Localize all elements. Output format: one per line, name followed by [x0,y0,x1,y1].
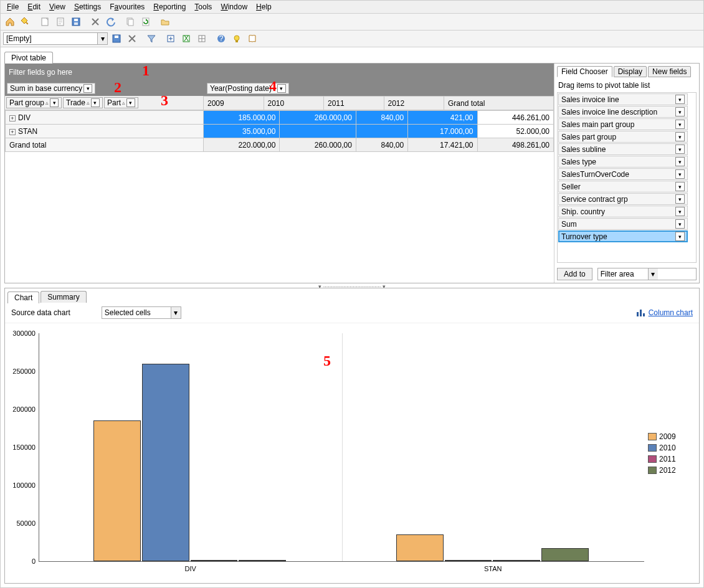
new-icon[interactable] [38,15,52,29]
field-item[interactable]: Sales type▾ [558,156,688,168]
chevron-down-icon[interactable]: ▾ [675,219,685,229]
filter-drop-area[interactable]: Filter fields go here 1 [5,64,554,81]
tab-display[interactable]: Display [614,66,647,77]
chevron-down-icon[interactable]: ▾ [97,33,107,44]
field-list[interactable]: Sales invoice line▾Sales invoice line de… [557,92,697,263]
col-header[interactable]: 2010 [264,97,324,110]
export-icon[interactable] [164,32,178,45]
menu-edit[interactable]: Edit [24,2,44,12]
field-item[interactable]: Sales main part group▾ [558,118,688,130]
menu-favourites[interactable]: Favourites [106,2,148,12]
column-chart-link[interactable]: Column chart [649,308,693,317]
data-cell[interactable]: 52.000,00 [477,125,554,138]
row-header[interactable]: +STAN [6,125,204,138]
menu-tools[interactable]: Tools [191,2,216,12]
clear-icon[interactable] [125,32,139,45]
delete-icon[interactable] [88,15,102,29]
chevron-down-icon[interactable]: ▾ [675,207,685,216]
home-icon[interactable] [3,15,17,29]
chevron-down-icon[interactable]: ▾ [83,84,92,93]
chevron-down-icon[interactable]: ▾ [675,132,685,141]
export-excel-icon[interactable]: X [179,32,193,45]
chevron-down-icon[interactable]: ▾ [675,107,685,116]
grid-icon[interactable] [195,32,209,45]
tab-field-chooser[interactable]: Field Chooser [557,66,612,77]
source-combo[interactable]: Selected cells ▾ [102,306,181,319]
filter-icon[interactable] [145,32,158,45]
undo-icon[interactable] [104,15,118,29]
book-icon[interactable] [245,32,259,45]
field-item[interactable]: Sales subline▾ [558,143,688,155]
col-header[interactable]: 2012 [384,97,444,110]
data-cell[interactable] [280,125,356,138]
pivot-data[interactable]: +DIV185.000,00260.000,00840,00421,00446.… [5,110,554,152]
col-header[interactable]: Grand total [444,97,554,110]
chevron-down-icon[interactable]: ▾ [277,84,286,93]
view-combo[interactable]: [Empty] ▾ [3,32,108,45]
column-field-chip[interactable]: Year(Posting date) ▵ ▾ [207,83,289,94]
menu-window[interactable]: Window [217,2,251,12]
horizontal-splitter[interactable]: ▾ ····································· … [1,283,703,288]
save-icon[interactable] [69,15,83,29]
data-cell[interactable]: 35.000,00 [204,125,280,138]
data-cell[interactable] [356,125,407,138]
expand-icon[interactable]: + [9,115,16,121]
add-to-button[interactable]: Add to [557,268,592,280]
row-field-part[interactable]: Part▵▾ [104,97,138,108]
field-item[interactable]: Ship. country▾ [558,206,688,217]
menu-settings[interactable]: Settings [70,2,105,12]
copy-icon[interactable] [123,15,137,29]
tab-chart[interactable]: Chart [7,292,39,303]
data-cell[interactable]: 840,00 [356,111,407,125]
data-cell[interactable]: 17.000,00 [408,125,477,138]
field-item[interactable]: Sales invoice line▾ [558,93,688,105]
chevron-down-icon[interactable]: ▾ [171,307,181,318]
col-header[interactable]: 2009 [204,97,264,110]
pin-icon[interactable] [19,15,32,29]
refresh-icon[interactable] [139,15,153,29]
chevron-down-icon[interactable]: ▾ [675,194,685,204]
open-folder-icon[interactable] [158,15,172,29]
field-item[interactable]: Sales part group▾ [558,131,688,143]
row-header[interactable]: +DIV [6,111,204,125]
pivot-col-headers: 2009201020112012Grand total [203,96,554,110]
field-item[interactable]: SalesTurnOverCode▾ [558,168,688,180]
field-item[interactable]: Sum▾ [558,218,688,230]
field-item[interactable]: Sales invoice line description▾ [558,106,688,118]
help-icon[interactable]: ? [214,32,228,45]
menu-reporting[interactable]: Reporting [150,2,189,12]
save-layout-icon[interactable] [110,32,123,45]
row-field-part-group[interactable]: Part group▵▾ [6,97,62,108]
chevron-down-icon[interactable]: ▾ [675,95,685,104]
annotation-2: 2 [114,79,121,96]
tab-summary[interactable]: Summary [40,291,86,303]
chevron-down-icon[interactable]: ▾ [648,268,658,280]
chevron-down-icon[interactable]: ▾ [675,120,685,129]
chevron-down-icon[interactable]: ▾ [675,157,685,166]
pivot-grid: Filter fields go here 1 Sum in base curr… [5,64,554,283]
tab-new-fields[interactable]: New fields [648,66,691,77]
data-field-chip[interactable]: Sum in base currency ▾ [7,83,95,94]
data-cell[interactable]: 185.000,00 [204,111,280,125]
field-item[interactable]: Seller▾ [558,181,688,192]
col-header[interactable]: 2011 [324,97,384,110]
data-cell[interactable]: 260.000,00 [280,111,356,125]
row-field-trade[interactable]: Trade▵▾ [63,97,103,108]
field-item[interactable]: Service contract grp▾ [558,193,688,205]
add-to-destination-combo[interactable]: Filter area ▾ [597,268,697,280]
menu-file[interactable]: File [3,2,22,12]
data-cell[interactable]: 446.261,00 [477,111,554,125]
expand-icon[interactable]: + [9,129,16,135]
data-cell[interactable]: 421,00 [408,111,477,125]
chevron-down-icon[interactable]: ▾ [675,169,685,179]
menu-view[interactable]: View [45,2,69,12]
chevron-down-icon[interactable]: ▾ [675,232,685,241]
chevron-down-icon[interactable]: ▾ [675,145,685,154]
field-item[interactable]: Turnover type▾ [558,230,688,242]
edit-icon[interactable] [54,15,67,29]
menu-help[interactable]: Help [252,2,275,12]
tab-pivot-table[interactable]: Pivot table [4,52,53,64]
chevron-down-icon[interactable]: ▾ [675,182,685,191]
bulb-icon[interactable] [230,32,244,45]
source-label: Source data chart [11,308,70,317]
